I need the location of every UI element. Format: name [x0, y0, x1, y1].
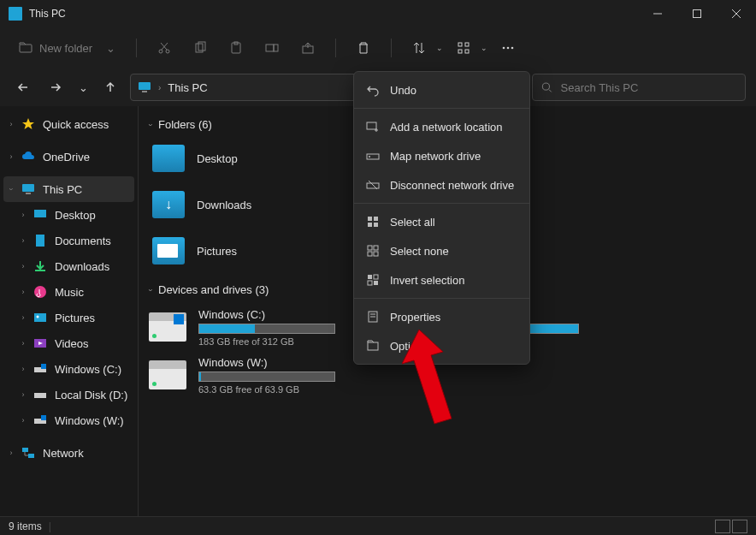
separator	[354, 203, 529, 204]
drive-name: Windows (W:)	[198, 356, 335, 369]
sidebar-label: Network	[43, 447, 84, 460]
chevron-down-icon: ›	[146, 288, 155, 291]
drive-free-text: 63.3 GB free of 63.9 GB	[198, 384, 335, 395]
svg-rect-52	[368, 246, 372, 250]
sidebar-item-quickaccess[interactable]: › Quick access	[0, 111, 138, 137]
folder-label: Downloads	[197, 199, 251, 211]
svg-rect-37	[34, 393, 46, 398]
svg-rect-4	[20, 45, 32, 52]
sidebar-item-music[interactable]: ›Music	[0, 279, 138, 305]
forward-button[interactable]	[43, 74, 68, 100]
back-button[interactable]	[10, 74, 36, 100]
chevron-right-icon[interactable]: ›	[5, 152, 17, 161]
svg-rect-49	[374, 217, 378, 221]
chevron-down-icon[interactable]: ›	[7, 183, 15, 195]
sort-icon[interactable]	[404, 34, 434, 62]
svg-rect-32	[34, 313, 46, 322]
sidebar-item-windows-w[interactable]: ›Windows (W:)	[0, 407, 138, 433]
sidebar-item-desktop[interactable]: ›Desktop	[0, 202, 138, 228]
maximize-button[interactable]	[677, 0, 717, 27]
sidebar-label: Music	[55, 286, 84, 299]
ctx-select-none[interactable]: Select none	[354, 236, 529, 265]
ctx-add-network[interactable]: Add a network location	[354, 112, 529, 141]
share-icon[interactable]	[292, 34, 323, 62]
sidebar-item-thispc[interactable]: › This PC	[3, 176, 134, 202]
svg-rect-59	[374, 281, 378, 285]
ctx-label: Properties	[390, 311, 440, 324]
sidebar-item-documents[interactable]: ›Documents	[0, 228, 138, 253]
svg-line-8	[161, 43, 167, 50]
chevron-right-icon[interactable]: ›	[5, 120, 17, 128]
chevron-down-icon[interactable]: ⌄	[481, 44, 487, 52]
select-all-icon	[366, 215, 380, 229]
svg-rect-13	[266, 45, 274, 51]
chevron-right-icon[interactable]: ›	[17, 365, 29, 373]
chevron-right-icon[interactable]: ›	[17, 313, 29, 322]
sidebar: › Quick access › OneDrive › This PC ›Des…	[0, 106, 139, 516]
up-button[interactable]	[97, 74, 123, 100]
svg-rect-14	[274, 45, 278, 51]
chevron-down-icon: ›	[146, 123, 155, 126]
copy-icon[interactable]	[185, 34, 216, 62]
chevron-right-icon[interactable]: ›	[17, 211, 29, 219]
ctx-invert-selection[interactable]: Invert selection	[354, 265, 529, 294]
sidebar-label: Windows (C:)	[55, 363, 121, 376]
view-icon[interactable]	[448, 34, 479, 62]
chevron-right-icon: ›	[158, 83, 161, 92]
chevron-right-icon[interactable]: ›	[17, 390, 29, 399]
sidebar-item-downloads[interactable]: ›Downloads	[0, 253, 138, 279]
chevron-down-icon[interactable]: ⌄	[436, 44, 443, 52]
details-view-button[interactable]	[715, 520, 730, 533]
sidebar-item-onedrive[interactable]: › OneDrive	[0, 144, 138, 169]
svg-rect-16	[458, 43, 462, 46]
context-menu: Undo Add a network location Map network …	[353, 71, 530, 365]
sidebar-item-windows-c[interactable]: ›Windows (C:)	[0, 356, 138, 382]
chevron-right-icon[interactable]: ›	[17, 236, 29, 245]
ctx-properties[interactable]: Properties	[354, 302, 529, 331]
search-box[interactable]	[532, 74, 746, 101]
separator	[354, 108, 529, 109]
thumbnails-view-button[interactable]	[732, 520, 747, 533]
sidebar-label: Local Disk (D:)	[55, 389, 127, 401]
svg-rect-55	[374, 252, 378, 256]
chevron-right-icon[interactable]: ›	[17, 339, 29, 348]
pc-icon	[138, 80, 151, 94]
search-input[interactable]	[561, 81, 736, 94]
minimize-button[interactable]	[638, 0, 677, 27]
chevron-right-icon[interactable]: ›	[17, 416, 29, 425]
breadcrumb-location[interactable]: This PC	[168, 81, 207, 94]
search-icon	[541, 81, 552, 93]
ctx-label: Options	[390, 340, 428, 353]
sidebar-item-local-d[interactable]: ›Local Disk (D:)	[0, 382, 138, 407]
invert-selection-icon	[366, 273, 380, 287]
svg-rect-18	[458, 50, 462, 53]
drive-free-text: 183 GB free of 312 GB	[198, 336, 335, 347]
more-icon[interactable]	[493, 34, 523, 62]
chevron-right-icon[interactable]: ›	[17, 262, 29, 270]
recent-dropdown[interactable]: ⌄	[75, 74, 91, 100]
drive-icon	[32, 361, 48, 377]
music-icon	[32, 284, 48, 300]
chevron-right-icon[interactable]: ›	[17, 288, 29, 296]
paste-icon[interactable]	[221, 34, 251, 62]
close-button[interactable]	[717, 0, 756, 27]
ctx-map-network[interactable]: Map network drive	[354, 141, 529, 170]
properties-icon	[366, 310, 380, 324]
sidebar-item-pictures[interactable]: ›Pictures	[0, 305, 138, 330]
sidebar-item-network[interactable]: › Network	[0, 440, 138, 466]
ctx-options[interactable]: Options	[354, 331, 529, 360]
ctx-disconnect-network[interactable]: Disconnect network drive	[354, 170, 529, 199]
new-folder-button[interactable]: New folder ⌄	[10, 38, 124, 58]
sidebar-item-videos[interactable]: ›Videos	[0, 330, 138, 356]
titlebar: This PC	[0, 0, 756, 27]
folder-icon	[152, 237, 185, 265]
ctx-undo[interactable]: Undo	[354, 75, 529, 104]
cut-icon[interactable]	[149, 34, 180, 62]
svg-rect-40	[22, 448, 28, 452]
svg-point-33	[37, 316, 39, 318]
rename-icon[interactable]	[257, 34, 287, 62]
chevron-right-icon[interactable]: ›	[5, 449, 17, 457]
status-items: 9 items	[9, 520, 42, 532]
delete-icon[interactable]	[348, 34, 379, 62]
ctx-select-all[interactable]: Select all	[354, 207, 529, 236]
